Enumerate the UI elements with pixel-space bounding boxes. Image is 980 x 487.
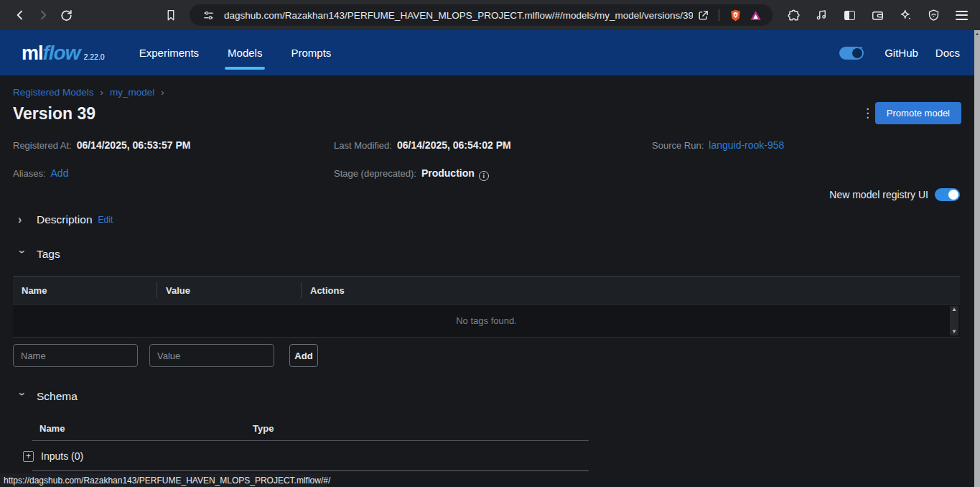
bookmark-wrap [161,5,181,25]
breadcrumb: Registered Models › my_model › [13,87,164,98]
docs-link[interactable]: Docs [935,47,960,59]
mlflow-version: 2.22.0 [84,52,105,61]
chevron-right-icon[interactable]: › [18,214,27,226]
brave-shield-icon[interactable] [725,5,745,25]
page-title: Version 39 [13,104,95,124]
scroll-down-icon[interactable]: ▼ [951,329,957,335]
scroll-up-icon[interactable]: ▲ [951,307,957,312]
url-text[interactable]: dagshub.com/Razakhan143/PERFUME_HAVEN_ML… [224,10,693,21]
schema-col-type: Type [253,423,274,434]
back-icon[interactable] [10,5,30,25]
schema-table: Name Type + Inputs (0) [13,423,589,471]
registered-at-value: 06/14/2025, 06:53:57 PM [77,139,191,151]
tag-name-input[interactable] [13,344,138,367]
site-settings-icon[interactable] [198,5,218,25]
registered-at-label: Registered At: [13,140,72,151]
schema-title: Schema [37,390,78,403]
breadcrumb-chevron-icon: › [101,87,103,98]
description-title: Description [37,213,93,226]
description-section-header[interactable]: › Description Edit [18,213,113,226]
tab-prompts[interactable]: Prompts [291,30,331,75]
add-tag-button[interactable]: Add [289,344,318,367]
github-link[interactable]: GitHub [885,47,918,59]
breadcrumb-my-model[interactable]: my_model [110,87,154,98]
aliases-add-link[interactable]: Add [51,167,69,179]
last-modified-label: Last Modified: [334,140,392,151]
toolbar-extensions-group [783,5,971,25]
schema-inputs-label: Inputs (0) [41,450,83,462]
add-tag-form: Add [13,344,318,367]
tags-col-value: Value [157,285,301,296]
mlflow-logo[interactable]: mlflow 2.22.0 [22,42,105,65]
expand-plus-icon[interactable]: + [23,451,34,462]
promote-model-button[interactable]: Promote model [875,102,961,124]
bat-rewards-icon[interactable] [745,5,765,25]
tags-table-scrollbar[interactable]: ▲ ▼ [950,306,958,335]
chevron-down-icon[interactable]: › [17,250,28,259]
source-run-link[interactable]: languid-rook-958 [709,139,784,151]
new-ui-toggle-knob [948,190,958,200]
last-modified-value: 06/14/2025, 06:54:02 PM [397,139,511,151]
tags-table-header: Name Value Actions [13,276,960,305]
breadcrumb-chevron-icon: › [161,87,164,98]
bookmark-icon[interactable] [161,5,181,25]
leo-ai-sparkle-icon[interactable] [895,5,915,25]
mlflow-header: mlflow 2.22.0 Experiments Models Prompts… [0,30,980,75]
status-bar: https://dagshub.com/Razakhan143/PERFUME_… [0,473,327,487]
sidebar-icon[interactable] [839,5,859,25]
tags-table: Name Value Actions No tags found. ▲ ▼ [13,276,960,338]
logo-ml-text: ml [22,42,43,65]
mlflow-nav: Experiments Models Prompts [139,30,332,75]
scrollbar-up-arrow-icon[interactable]: ▲ [974,30,980,37]
schema-header-divider [32,440,589,441]
tab-models[interactable]: Models [228,30,262,75]
tags-col-name: Name [13,285,157,296]
new-ui-toggle-label: New model registry UI [829,189,928,200]
new-ui-toggle-row: New model registry UI [829,188,960,201]
stage-value: Production [421,167,475,179]
aliases-label: Aliases: [13,168,46,179]
url-bar-divider [719,9,719,21]
chevron-down-icon[interactable]: › [17,392,28,401]
theme-toggle-knob [852,48,862,58]
tags-table-body: No tags found. ▲ ▼ [13,305,960,338]
media-note-icon[interactable] [811,5,831,25]
schema-col-name: Name [39,423,65,434]
tags-empty-text: No tags found. [456,315,517,326]
browser-toolbar: dagshub.com/Razakhan143/PERFUME_HAVEN_ML… [0,0,980,30]
tags-title: Tags [37,248,60,261]
schema-table-header: Name Type [13,423,589,435]
vpn-shield-icon[interactable] [923,5,943,25]
theme-toggle[interactable] [839,47,864,60]
metadata-row-2: Aliases:Add Stage (deprecated):Productio… [13,167,961,180]
new-ui-toggle[interactable] [935,188,960,201]
mlflow-header-right: ☾ GitHub Docs [839,46,960,60]
browser-window: dagshub.com/Razakhan143/PERFUME_HAVEN_ML… [0,0,980,487]
wallet-icon[interactable] [867,5,887,25]
extensions-puzzle-icon[interactable] [783,5,803,25]
status-link-text: https://dagshub.com/Razakhan143/PERFUME_… [4,476,330,486]
main-content: Registered Models › my_model › Version 3… [0,75,980,474]
share-icon[interactable] [693,5,713,25]
tag-value-input[interactable] [149,344,274,367]
stage-label: Stage (deprecated): [334,168,416,179]
address-bar[interactable]: dagshub.com/Razakhan143/PERFUME_HAVEN_ML… [190,4,773,26]
overflow-menu-icon[interactable]: ⋮ [862,107,874,119]
source-run-label: Source Run: [652,140,704,151]
schema-section-header[interactable]: › Schema [18,390,78,403]
schema-inputs-row[interactable]: + Inputs (0) [23,450,589,462]
tags-section-header[interactable]: › Tags [18,248,60,261]
schema-row-divider [32,470,589,471]
stage-info-icon[interactable]: i [479,171,489,181]
metadata-row-1: Registered At:06/14/2025, 06:53:57 PM La… [13,139,961,152]
forward-icon[interactable] [33,5,53,25]
page-scrollbar[interactable]: ▲ [974,30,980,487]
menu-hamburger-icon[interactable] [951,5,971,25]
nav-button-group [10,5,76,25]
tags-col-actions: Actions [302,285,960,296]
breadcrumb-registered-models[interactable]: Registered Models [13,87,94,98]
description-edit-link[interactable]: Edit [98,215,113,225]
tab-experiments[interactable]: Experiments [139,30,199,75]
reload-icon[interactable] [56,5,76,25]
logo-flow-text: flow [43,42,80,65]
